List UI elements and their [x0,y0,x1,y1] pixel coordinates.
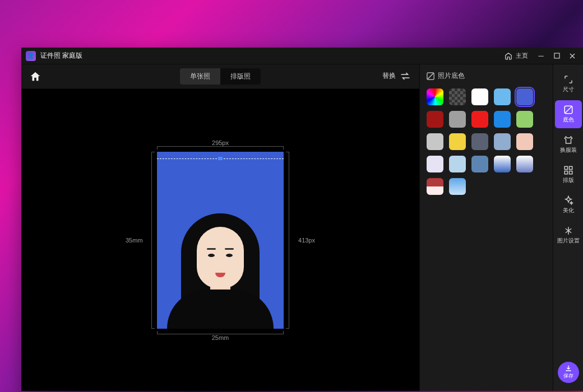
save-button[interactable]: 保存 [558,362,579,383]
canvas-body: 295px 413px 35mm 25mm [21,89,419,391]
color-swatch-5[interactable] [427,111,443,128]
svg-rect-6 [569,171,572,174]
color-swatch-8[interactable] [494,111,511,128]
rail-item-label: 图片设置 [557,237,580,245]
app-title: 证件照 家庭版 [40,51,82,60]
color-swatch-1[interactable] [449,88,466,105]
color-swatch-17[interactable] [471,156,488,172]
color-swatch-3[interactable] [494,88,511,105]
photo-frame[interactable]: 295px 413px 35mm 25mm [157,152,284,329]
replace-label: 替换 [382,71,396,81]
color-swatch-2[interactable] [471,88,488,105]
tab-layout-photo[interactable]: 排版照 [220,68,261,85]
rail-item-label: 换服装 [560,146,577,154]
crop-handle[interactable] [218,157,223,160]
color-swatch-19[interactable] [516,156,533,172]
rail-item-clothes[interactable]: 换服装 [555,130,582,158]
rail-item-label: 尺寸 [563,86,574,94]
rail-item-label: 排版 [563,176,574,184]
rail-item-beautify[interactable]: 美化 [555,191,582,219]
replace-button[interactable]: 替换 [382,71,410,81]
color-swatch-18[interactable] [494,156,511,172]
color-swatch-12[interactable] [471,133,488,150]
color-swatch-grid [427,88,546,195]
clothes-icon [563,135,573,145]
rail-item-layout[interactable]: 排版 [555,161,582,189]
color-swatch-16[interactable] [449,156,466,172]
color-swatch-15[interactable] [427,156,443,172]
background-color-panel: 照片底色 [419,64,553,391]
rail-item-label: 底色 [563,116,574,124]
photo-image [157,152,284,329]
dimension-bracket-top [157,146,284,147]
view-tabs: 单张照 排版照 [180,68,261,85]
color-swatch-4[interactable] [516,88,533,105]
height-mm-label: 35mm [126,237,143,244]
portrait-illustration [157,200,284,329]
close-button[interactable] [566,50,579,62]
canvas-area: 单张照 排版照 替换 295px 413px 35mm [21,64,419,391]
rail-item-bgcolor[interactable]: 底色 [555,100,582,128]
size-icon [563,74,573,85]
layout-icon [563,165,573,175]
panel-title: 照片底色 [438,71,465,81]
color-swatch-0[interactable] [427,88,443,105]
svg-rect-3 [565,166,567,169]
swap-icon [400,72,410,80]
color-swatch-21[interactable] [449,178,466,195]
panel-title-row: 照片底色 [427,71,546,81]
no-background-icon [427,72,434,80]
maximize-button[interactable] [550,50,563,62]
bgcolor-icon [563,105,573,115]
home-icon[interactable] [505,52,512,60]
dimension-bracket-left [151,152,152,329]
color-swatch-10[interactable] [427,133,443,150]
home-link[interactable]: 主页 [516,52,528,60]
height-px-label: 413px [298,237,315,244]
rail-item-label: 美化 [563,207,574,214]
dimension-bracket-right [289,152,289,329]
svg-rect-4 [569,166,572,169]
app-window: 👤 证件照 家庭版 主页 ─ [21,48,583,391]
tool-rail: 尺寸底色换服装排版美化图片设置 保存 [553,64,583,391]
color-swatch-20[interactable] [427,178,443,195]
color-swatch-6[interactable] [449,111,466,128]
minimize-button[interactable]: ─ [535,50,547,62]
color-swatch-13[interactable] [494,133,511,150]
settings-icon [563,226,573,236]
titlebar: 👤 证件照 家庭版 主页 ─ [21,48,583,64]
app-logo-icon: 👤 [26,51,36,61]
rail-item-settings[interactable]: 图片设置 [555,221,582,249]
save-label: 保存 [563,372,573,380]
download-icon [565,365,572,372]
rail-item-size[interactable]: 尺寸 [555,70,582,98]
home-button[interactable] [29,71,41,83]
width-mm-label: 25mm [212,334,229,341]
tab-single-photo[interactable]: 单张照 [180,68,220,85]
width-px-label: 295px [212,139,229,146]
color-swatch-11[interactable] [449,133,466,150]
beautify-icon [563,195,573,206]
color-swatch-7[interactable] [471,111,488,128]
canvas-toolbar: 单张照 排版照 替换 [21,64,419,89]
svg-rect-0 [554,53,559,58]
svg-rect-5 [565,171,567,174]
color-swatch-14[interactable] [516,133,533,150]
color-swatch-9[interactable] [516,111,533,128]
